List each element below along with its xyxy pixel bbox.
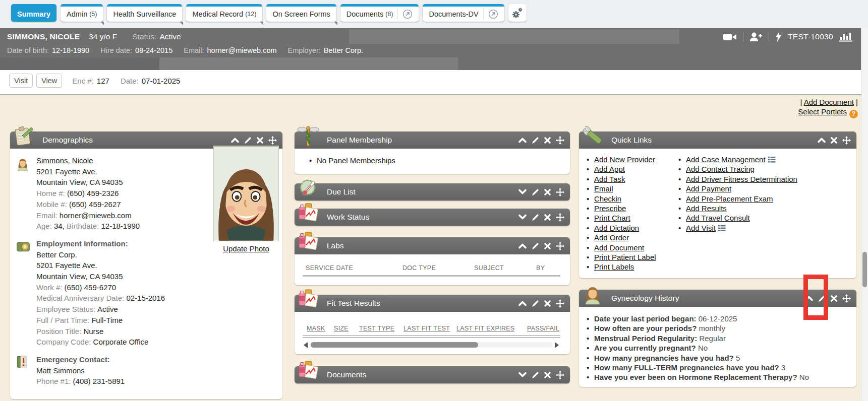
move-icon[interactable]: [556, 371, 564, 379]
edit-icon[interactable]: [532, 137, 539, 144]
quick-actions-button[interactable]: [775, 32, 782, 42]
question: Have you ever been on Hormone Replacemen…: [594, 373, 797, 381]
quick-link[interactable]: Add Driver Fitness Determination: [686, 175, 797, 183]
scrollbar-thumb[interactable]: [862, 252, 867, 287]
employer-value: Better Corp.: [324, 46, 363, 54]
update-photo-link[interactable]: Update Photo: [223, 244, 269, 253]
open-new-window-icon[interactable]: [397, 9, 413, 19]
flowsheet-chart-button[interactable]: [839, 32, 853, 42]
help-icon[interactable]: ?: [849, 110, 858, 118]
quick-link[interactable]: Print Patient Label: [594, 253, 656, 261]
enc-number-value: 127: [97, 77, 109, 85]
gear-icon: [511, 7, 524, 19]
quick-link[interactable]: Email: [594, 184, 613, 193]
collapse-icon[interactable]: [818, 137, 826, 143]
quick-link[interactable]: Add Order: [594, 233, 629, 242]
collapse-icon[interactable]: [231, 137, 239, 143]
collapse-icon[interactable]: [518, 243, 527, 249]
quick-link[interactable]: Add Visit: [686, 224, 716, 232]
add-document-link[interactable]: Add Document: [804, 98, 854, 106]
quick-link[interactable]: Add Results: [686, 204, 727, 213]
close-icon[interactable]: [257, 137, 263, 144]
fit-col-test-type[interactable]: TEST TYPE: [359, 325, 394, 332]
fit-col-mask[interactable]: MASK: [307, 325, 325, 332]
fit-col-size[interactable]: SIZE: [334, 325, 349, 332]
quick-link[interactable]: Add Pre-Placement Exam: [686, 194, 773, 203]
scrollbar-thumb[interactable]: [311, 342, 478, 348]
quick-link[interactable]: Add New Provider: [594, 155, 655, 164]
dropdown-fold-icon: [100, 22, 104, 25]
move-icon[interactable]: [556, 213, 564, 222]
move-icon[interactable]: [842, 294, 851, 303]
fit-col-last-fit-test[interactable]: LAST FIT TEST: [403, 325, 450, 332]
expand-icon[interactable]: [518, 372, 527, 378]
close-icon[interactable]: [544, 372, 551, 378]
quick-link[interactable]: Checkin: [594, 194, 621, 203]
answer: No: [799, 373, 809, 381]
video-visit-button[interactable]: [723, 33, 737, 41]
quick-link[interactable]: Add Case Management: [686, 155, 766, 164]
edit-icon[interactable]: [532, 242, 539, 250]
edit-icon[interactable]: [532, 214, 539, 221]
quick-link[interactable]: Add Appt: [594, 165, 625, 173]
open-new-window-icon[interactable]: [483, 9, 498, 19]
tab-health-surveillance[interactable]: Health Surveillance: [107, 4, 182, 22]
quick-link[interactable]: Add Contact Tracing: [686, 165, 755, 173]
employee-status-value: Active: [97, 305, 118, 313]
mobile-phone-label: Mobile #:: [36, 200, 67, 209]
close-icon[interactable]: [544, 300, 551, 307]
edit-icon[interactable]: [532, 371, 539, 379]
quick-link[interactable]: Prescribe: [594, 204, 626, 213]
pipe: |: [856, 98, 858, 106]
tab-medical-record[interactable]: Medical Record (12): [186, 4, 262, 22]
collapse-icon[interactable]: [518, 137, 527, 143]
scroll-right-arrow[interactable]: [555, 342, 559, 348]
gyn-history-item: Have you ever been on Hormone Replacemen…: [586, 372, 809, 382]
tab-admin[interactable]: Admin (5): [61, 4, 103, 22]
close-icon[interactable]: [544, 189, 551, 195]
move-icon[interactable]: [556, 299, 564, 308]
close-icon[interactable]: [544, 243, 551, 249]
expand-icon[interactable]: [518, 214, 527, 220]
work-phone-label: Work #:: [36, 283, 62, 292]
highlight-annotation-box: [803, 275, 828, 320]
scroll-left-arrow[interactable]: [304, 342, 308, 348]
move-icon[interactable]: [556, 242, 564, 250]
tab-settings-button[interactable]: [508, 4, 527, 22]
quick-link[interactable]: Add Document: [594, 243, 644, 252]
close-icon[interactable]: [831, 295, 837, 302]
quick-link[interactable]: Add Travel Consult: [686, 214, 750, 222]
edit-icon[interactable]: [532, 188, 539, 196]
fit-col-pass-fail[interactable]: PASS/FAIL: [527, 325, 559, 332]
move-icon[interactable]: [556, 136, 564, 145]
gyn-history-item: How often are your periods? monthly: [586, 323, 809, 333]
quick-link[interactable]: Print Chart: [594, 214, 630, 222]
patient-name-link[interactable]: Simmons, Nicole: [36, 156, 93, 165]
vertical-scrollbar[interactable]: [861, 28, 868, 401]
close-icon[interactable]: [544, 137, 551, 144]
expand-icon[interactable]: [518, 189, 527, 195]
edit-icon[interactable]: [244, 137, 252, 144]
view-button[interactable]: View: [36, 74, 62, 88]
quick-link[interactable]: Print Labels: [594, 262, 634, 271]
move-icon[interactable]: [556, 188, 564, 196]
full-part-time-label: Full / Part Time:: [36, 316, 89, 324]
collapse-icon[interactable]: [518, 300, 527, 306]
tab-documents[interactable]: Documents (8): [340, 4, 419, 22]
close-icon[interactable]: [831, 137, 837, 144]
tab-documents-dv[interactable]: Documents-DV: [423, 4, 504, 22]
close-icon[interactable]: [544, 214, 551, 221]
quick-link[interactable]: Add Task: [594, 175, 625, 183]
select-portlets-link[interactable]: Select Portlets: [798, 107, 847, 116]
tab-summary[interactable]: Summary: [11, 4, 56, 22]
edit-icon[interactable]: [532, 300, 539, 307]
add-contact-button[interactable]: [749, 32, 763, 41]
move-icon[interactable]: [842, 136, 851, 145]
quick-link[interactable]: Add Payment: [686, 184, 731, 193]
move-icon[interactable]: [268, 136, 277, 145]
fit-col-last-fit-expires[interactable]: LAST FIT EXPIRES: [456, 325, 515, 332]
quick-link[interactable]: Add Dictation: [594, 224, 639, 232]
quick-link-item: Checkin: [586, 194, 656, 204]
visit-button[interactable]: Visit: [9, 74, 33, 88]
tab-on-screen-forms[interactable]: On Screen Forms: [266, 4, 336, 22]
